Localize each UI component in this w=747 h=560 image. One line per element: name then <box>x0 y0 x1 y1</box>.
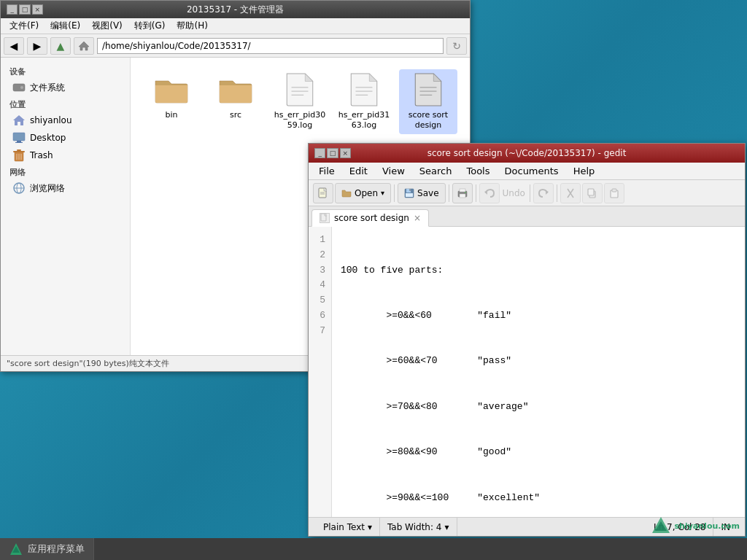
fm-minimize-btn[interactable]: _ <box>7 4 18 15</box>
app-menu-btn[interactable]: 应用程序菜单 <box>0 538 94 560</box>
doc-icon-score <box>411 72 446 107</box>
file-name-log1: hs_err_pid3059.log <box>274 110 326 131</box>
sidebar-item-trash[interactable]: Trash <box>1 147 130 164</box>
line-num-3: 3 <box>313 263 325 279</box>
line-numbers: 1 2 3 4 5 6 7 <box>309 227 332 517</box>
svg-rect-5 <box>17 141 21 142</box>
svg-point-2 <box>20 86 23 89</box>
toolbar-sep-4 <box>530 184 530 202</box>
file-item-src[interactable]: src <box>206 69 265 134</box>
sidebar-item-home-label: shiyanlou <box>30 115 72 125</box>
gedit-paste-btn[interactable] <box>604 183 624 203</box>
gedit-open-arrow: ▾ <box>381 189 384 197</box>
gedit-undo-label: Undo <box>503 188 525 198</box>
gedit-cut-btn[interactable] <box>560 183 581 203</box>
fm-menu-file[interactable]: 文件(F) <box>4 18 44 34</box>
svg-point-35 <box>465 192 466 193</box>
doc-icon-log1 <box>282 72 317 107</box>
code-line-1: 100 to five parts: <box>341 263 736 279</box>
fm-forward-btn[interactable]: ▶ <box>27 37 47 55</box>
svg-rect-4 <box>13 133 25 141</box>
fm-close-btn[interactable]: × <box>32 4 43 15</box>
sidebar-item-desktop-label: Desktop <box>30 133 66 143</box>
gedit-status-mode[interactable]: Plain Text ▾ <box>316 518 380 536</box>
app-menu-icon <box>9 542 23 556</box>
sidebar-item-network-label: 浏览网络 <box>30 182 65 195</box>
fm-status-text: "score sort design"(190 bytes)纯文本文件 <box>7 358 169 369</box>
toolbar-sep-2 <box>449 184 449 202</box>
sidebar-item-filesystem[interactable]: 文件系统 <box>1 79 130 96</box>
gedit-redo-btn[interactable] <box>533 183 554 203</box>
gedit-save-btn[interactable]: Save <box>398 183 445 203</box>
sidebar-section-devices: 设备 <box>1 63 130 79</box>
drive-icon <box>12 81 26 94</box>
gedit-menu-edit[interactable]: Edit <box>342 164 375 178</box>
gedit-title: score sort design (~\/Code/20135317) - g… <box>351 148 703 158</box>
sidebar-item-home[interactable]: shiyanlou <box>1 112 130 129</box>
svg-rect-43 <box>612 189 616 192</box>
gedit-copy-btn[interactable] <box>582 183 603 203</box>
gedit-menu-documents[interactable]: Documents <box>498 164 566 178</box>
gedit-menu-help[interactable]: Help <box>566 164 603 178</box>
gedit-close-btn[interactable]: × <box>340 148 351 158</box>
gedit-open-label: Open <box>355 188 378 198</box>
gedit-maximize-btn[interactable]: □ <box>327 148 338 158</box>
code-line-6: >=90&&<=100 "excellent" <box>341 491 736 506</box>
svg-marker-3 <box>13 115 25 125</box>
fm-menu-help[interactable]: 帮助(H) <box>171 18 213 34</box>
folder-icon-bin <box>154 72 189 107</box>
toolbar-sep-1 <box>394 184 395 202</box>
gedit-open-btn[interactable]: Open ▾ <box>335 183 391 203</box>
line-num-5: 5 <box>313 293 325 308</box>
file-name-log2: hs_err_pid3163.log <box>338 110 390 131</box>
sidebar-item-filesystem-label: 文件系统 <box>30 82 65 94</box>
fm-address-bar[interactable]: /home/shiyanlou/Code/20135317/ <box>97 38 444 54</box>
mode-dropdown-icon: ▾ <box>368 522 372 532</box>
fm-menubar: 文件(F) 编辑(E) 视图(V) 转到(G) 帮助(H) <box>1 18 470 34</box>
gedit-tab-score[interactable]: score sort design × <box>311 209 429 227</box>
fm-menu-go[interactable]: 转到(G) <box>128 18 171 34</box>
gedit-undo-btn[interactable] <box>479 183 500 203</box>
line-num-7: 7 <box>313 324 325 339</box>
gedit-menu-tools[interactable]: Tools <box>459 164 497 178</box>
code-line-5: >=80&&<90 "good" <box>341 445 736 460</box>
fm-up-btn[interactable]: ▲ <box>50 37 71 55</box>
gedit-print-btn[interactable] <box>452 183 473 203</box>
gedit-status-tab[interactable]: Tab Width: 4 ▾ <box>380 518 457 536</box>
file-name-bin: bin <box>165 110 177 120</box>
gedit-menu-file[interactable]: File <box>311 164 342 178</box>
fm-back-btn[interactable]: ◀ <box>4 37 24 55</box>
home-icon <box>12 114 26 127</box>
app-menu-label: 应用程序菜单 <box>28 542 85 556</box>
sidebar-section-places: 位置 <box>1 96 130 112</box>
svg-marker-0 <box>79 42 89 50</box>
code-area[interactable]: 100 to five parts: >=0&&<60 "fail" >=60&… <box>332 227 745 517</box>
line-num-1: 1 <box>313 233 325 248</box>
sidebar-item-network[interactable]: 浏览网络 <box>1 179 130 197</box>
svg-rect-8 <box>13 151 25 152</box>
file-item-score[interactable]: score sort design <box>399 69 457 134</box>
trash-icon <box>12 149 26 162</box>
fm-reload-btn[interactable]: ↻ <box>446 37 467 55</box>
fm-maximize-btn[interactable]: □ <box>19 4 30 15</box>
gedit-menu-search[interactable]: Search <box>412 164 460 178</box>
gedit-tab-close[interactable]: × <box>414 214 421 222</box>
file-item-log2[interactable]: hs_err_pid3163.log <box>335 69 393 134</box>
fm-menu-edit[interactable]: 编辑(E) <box>44 18 86 34</box>
gedit-menu-view[interactable]: View <box>375 164 412 178</box>
network-icon <box>12 182 26 195</box>
gedit-save-label: Save <box>417 188 438 198</box>
fm-menu-view[interactable]: 视图(V) <box>86 18 128 34</box>
file-item-bin[interactable]: bin <box>142 69 201 134</box>
sidebar-item-desktop[interactable]: Desktop <box>1 129 130 147</box>
svg-rect-9 <box>17 149 21 151</box>
toolbar-sep-5 <box>557 184 557 202</box>
gedit-new-btn[interactable] <box>313 183 333 203</box>
gedit-minimize-btn[interactable]: _ <box>314 148 325 158</box>
file-item-log1[interactable]: hs_err_pid3059.log <box>271 69 329 134</box>
svg-rect-41 <box>588 189 594 195</box>
fm-home-btn[interactable] <box>74 37 94 55</box>
gedit-editor: 1 2 3 4 5 6 7 100 to five parts: >=0&&<6… <box>309 227 745 517</box>
tab-dropdown-icon: ▾ <box>444 522 449 532</box>
svg-rect-30 <box>409 189 411 191</box>
